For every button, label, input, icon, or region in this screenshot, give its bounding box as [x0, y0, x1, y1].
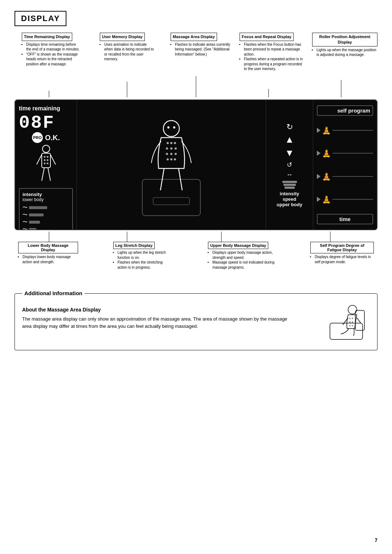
sp-triangle-4: [317, 197, 320, 202]
svg-point-27: [166, 153, 168, 155]
self-program-title: self program: [317, 105, 373, 116]
annotation-roller-position: Roller Position Adjustment Display Light…: [312, 33, 377, 57]
roller-icon: ↺: [287, 161, 292, 169]
lower-body-section: intensity lower body 〜 〜 〜: [19, 188, 73, 230]
bottom-annotations: Lower Body Massage Display Displays lowe…: [15, 232, 377, 282]
svg-point-21: [167, 142, 169, 144]
annotation-user-memory: User Memory Display Uses animation to in…: [100, 33, 156, 62]
svg-line-10: [48, 168, 50, 181]
up-arrow-row: ▲: [285, 134, 294, 145]
upper-body-section: intensity speed upper body: [277, 191, 302, 207]
sp-triangle-1: [317, 128, 320, 133]
svg-rect-39: [355, 310, 364, 330]
lower-body-label: lower body: [23, 197, 69, 202]
sp-figure-4: 🧘: [322, 195, 331, 204]
svg-point-32: [174, 158, 176, 160]
self-program-rows: 🧘 🧘 🧘 🧘: [317, 119, 373, 211]
svg-point-44: [352, 318, 353, 319]
strength-bar-4: [29, 228, 36, 230]
sp-row-3: 🧘: [317, 171, 373, 182]
svg-point-45: [349, 321, 351, 323]
section-controls: ↻ ▲ ▼ ↺ ↔ intensity sp: [266, 100, 313, 229]
svg-line-7: [37, 155, 42, 164]
svg-point-16: [46, 163, 48, 164]
display-title: DISPLAY: [21, 14, 60, 23]
svg-point-48: [352, 325, 353, 326]
time-remaining-label: time remaining: [19, 105, 73, 112]
annotation-focus-repeat: Focus and Repeat Display Flashes when th…: [240, 33, 303, 72]
sp-row-4: 🧘: [317, 194, 373, 205]
figure-area: PRO O.K.: [19, 132, 73, 188]
sp-triangle-3: [317, 174, 320, 179]
sp-line-3: [332, 176, 373, 177]
svg-rect-6: [42, 153, 50, 168]
intensity-lower-label: intensity: [23, 192, 69, 197]
svg-point-43: [349, 318, 351, 319]
additional-subtitle: About the Massage Area Display: [22, 307, 319, 313]
section-self-program: self program 🧘 🧘 🧘: [313, 100, 377, 229]
massage-icon-3: 〜: [23, 219, 28, 225]
additional-body-text: The massage area display can only show a…: [22, 315, 294, 330]
page-number: 7: [375, 537, 377, 543]
annotation-upper-body: Upper Body Massage Display Displays uppe…: [208, 242, 275, 270]
additional-text-area: About the Massage Area Display The massa…: [22, 303, 319, 330]
sync-icon: ↻: [286, 122, 293, 132]
svg-point-47: [349, 325, 351, 326]
annotation-massage-area: Massage Area Display Flashes to indicate…: [171, 33, 230, 57]
top-annotations: Time Remaining Display Displays time rem…: [15, 33, 377, 98]
annotation-time-remaining: Time Remaining Display Displays time rem…: [22, 33, 80, 66]
svg-point-28: [170, 153, 172, 155]
sp-line-2: [332, 153, 373, 154]
svg-point-22: [170, 142, 172, 144]
massage-icon-4: 〜: [23, 226, 28, 230]
svg-point-46: [352, 321, 353, 323]
svg-point-5: [42, 145, 50, 152]
section-figure: [77, 100, 266, 229]
svg-point-30: [167, 158, 169, 160]
lr-arrow-row: ↔: [286, 171, 293, 179]
speed-bar-2: [283, 184, 296, 186]
svg-line-42: [357, 318, 361, 323]
intensity-upper-label: intensity: [280, 191, 299, 196]
additional-info-section: Additional Information About the Massage…: [15, 293, 377, 350]
svg-point-25: [170, 147, 172, 150]
sp-figure-2: 🧘: [322, 149, 331, 158]
svg-point-24: [166, 147, 168, 150]
additional-figure-svg: [326, 303, 368, 343]
speed-label: speed: [283, 196, 297, 202]
display-panel: time remaining 08F PRO O.K.: [15, 99, 377, 230]
annotation-leg-stretch: Leg Stretch Display Lights up when the l…: [113, 242, 173, 270]
svg-point-19: [167, 126, 170, 129]
speed-bar-1: [282, 181, 297, 183]
svg-point-14: [46, 159, 48, 161]
svg-point-40: [348, 305, 357, 314]
section-time-remaining: time remaining 08F PRO O.K.: [15, 100, 77, 229]
pro-badge: PRO: [32, 132, 43, 143]
sp-figure-3: 🧘: [322, 172, 331, 181]
speed-bars: [282, 181, 297, 189]
segment-display: 08F: [19, 114, 73, 132]
svg-point-13: [44, 159, 45, 161]
upper-body-label: upper body: [277, 202, 302, 207]
left-right-arrow: ↔: [286, 171, 293, 179]
strength-bar-2: [29, 213, 44, 216]
sp-figure-1: 🧘: [322, 126, 331, 135]
sp-line-1: [332, 130, 373, 131]
massage-icon-2: 〜: [23, 212, 28, 218]
svg-rect-33: [153, 197, 189, 205]
svg-line-9: [42, 168, 44, 181]
time-bottom-label: time: [317, 214, 373, 224]
annotation-lower-body: Lower Body Massage Display Displays lowe…: [18, 242, 78, 264]
down-arrow: ▼: [285, 147, 294, 159]
svg-point-31: [170, 158, 172, 160]
lower-body-bars: 〜 〜 〜 〜: [23, 204, 69, 230]
strength-bar-1: [29, 206, 47, 209]
svg-point-15: [44, 163, 45, 164]
main-figure-svg: [135, 107, 208, 223]
additional-info-title: Additional Information: [22, 290, 85, 296]
annotation-self-program-degree: Self Program Degree of Fatigue Display D…: [310, 242, 374, 264]
svg-point-29: [175, 153, 177, 155]
svg-line-8: [50, 155, 56, 164]
down-arrow-row: ▼: [285, 147, 294, 159]
sp-triangle-2: [317, 151, 320, 156]
